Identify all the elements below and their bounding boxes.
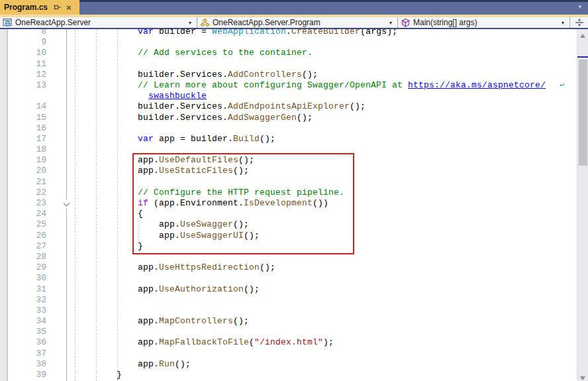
line-number: 39 [0, 370, 46, 380]
line-number: 30 [0, 273, 46, 284]
code-text: } [74, 370, 122, 380]
method-icon [401, 18, 411, 28]
visual-studio-editor-window: Program.cs × ▾ OneReactApp.Server [0, 0, 588, 381]
word-wrap-indicator-icon: ↩ [560, 80, 564, 91]
type-scope-dropdown[interactable]: OneReactApp.Server.Program ▾ [197, 17, 398, 28]
code-text: builder.Services.AddSwaggerGen(); [74, 113, 313, 123]
line-number: 24 [0, 209, 46, 219]
tab-program-cs[interactable]: Program.cs × [0, 0, 79, 15]
code-line[interactable]: 38 app.Run(); [0, 359, 575, 370]
line-number: 15 [0, 113, 46, 123]
code-line[interactable]: 34 app.MapControllers(); [0, 316, 575, 327]
pin-icon[interactable] [54, 3, 62, 11]
code-line[interactable]: 15 builder.Services.AddSwaggerGen(); [0, 113, 575, 123]
line-number: 32 [0, 295, 46, 305]
tab-bar-top-strip [0, 0, 588, 2]
code-line[interactable]: 21 [0, 177, 575, 188]
line-number: 28 [0, 252, 46, 262]
line-number: 12 [0, 70, 46, 80]
scroll-up-icon[interactable] [580, 34, 585, 38]
code-line[interactable]: 25 app.UseSwagger(); [0, 219, 575, 230]
line-number: 22 [0, 188, 46, 198]
code-line[interactable]: 27 } [0, 241, 575, 252]
code-line[interactable]: 13 // Learn more about configuring Swagg… [0, 80, 575, 91]
code-line[interactable]: 8 var builder = WebApplication.CreateBui… [0, 29, 575, 37]
code-text: var builder = WebApplication.CreateBuild… [74, 29, 397, 37]
code-line[interactable]: 24 { [0, 209, 575, 219]
split-editor-button[interactable] [570, 17, 588, 28]
line-number: 35 [0, 327, 46, 337]
code-line[interactable]: 10 // Add services to the container. [0, 48, 575, 58]
code-line[interactable]: 26 app.UseSwaggerUI(); [0, 231, 575, 241]
code-text: if (app.Environment.IsDevelopment()) [74, 198, 328, 209]
code-line[interactable]: 19 app.UseDefaultFiles(); [0, 155, 575, 166]
line-number: 13 [0, 80, 46, 91]
code-text: // Learn more about configuring Swagger/… [74, 80, 546, 91]
line-number: 33 [0, 305, 46, 316]
tab-list-dropdown-icon[interactable]: ▾ [578, 3, 581, 10]
code-line[interactable]: 9 [0, 37, 575, 48]
code-line[interactable]: 17 var app = builder.Build(); [0, 134, 575, 144]
code-text: app.UseStaticFiles(); [74, 166, 249, 176]
close-icon[interactable]: × [66, 3, 72, 12]
code-line[interactable]: 30 [0, 273, 575, 284]
navigation-bar: OneReactApp.Server ▾ OneReactApp.Server.… [0, 17, 588, 29]
line-number: 29 [0, 262, 46, 273]
code-line[interactable]: 18 [0, 144, 575, 155]
collapse-chevron-icon[interactable] [62, 199, 72, 209]
code-text: var app = builder.Build(); [74, 134, 275, 144]
code-line[interactable]: 11 [0, 59, 575, 70]
code-line[interactable]: swashbuckle [0, 91, 575, 101]
code-line[interactable]: 35 [0, 327, 575, 337]
line-number: 27 [0, 241, 46, 252]
code-line[interactable]: 12 builder.Services.AddControllers(); [0, 70, 575, 80]
member-scope-dropdown[interactable]: Main(string[] args) ▾ [398, 17, 570, 28]
scroll-down-icon[interactable] [580, 376, 585, 380]
line-number: 21 [0, 177, 46, 188]
code-line[interactable]: 23 if (app.Environment.IsDevelopment()) [0, 198, 575, 209]
line-number: 17 [0, 134, 46, 144]
code-text: // Add services to the container. [74, 48, 313, 58]
code-line[interactable]: 28 [0, 252, 575, 262]
line-number: 19 [0, 155, 46, 166]
line-number: 11 [0, 59, 46, 70]
code-editor: 8 var builder = WebApplication.CreateBui… [0, 29, 588, 381]
project-scope-dropdown[interactable]: OneReactApp.Server ▾ [0, 17, 197, 28]
code-line[interactable]: 16 [0, 123, 575, 134]
chevron-down-icon: ▾ [389, 20, 395, 26]
chevron-down-icon: ▾ [189, 20, 194, 26]
code-text: builder.Services.AddEndpointsApiExplorer… [74, 101, 366, 112]
code-line[interactable]: 31 app.UseAuthorization(); [0, 284, 575, 295]
line-number: 37 [0, 349, 46, 359]
code-text: app.MapControllers(); [74, 316, 249, 327]
code-text: swashbuckle [74, 91, 207, 101]
scrollbar-thumb[interactable] [579, 60, 587, 166]
code-text: app.MapFallbackToFile("/index.html"); [74, 337, 334, 348]
line-number: 25 [0, 219, 46, 230]
code-text: // Configure the HTTP request pipeline. [74, 188, 344, 198]
code-line[interactable]: 14 builder.Services.AddEndpointsApiExplo… [0, 101, 575, 112]
code-line[interactable]: 29 app.UseHttpsRedirection(); [0, 262, 575, 273]
type-scope-label: OneReactApp.Server.Program [213, 18, 320, 27]
line-number: 20 [0, 166, 46, 176]
vertical-scrollbar[interactable] [577, 29, 588, 381]
code-text: app.UseSwagger(); [74, 219, 249, 230]
class-icon [200, 18, 210, 28]
line-number: 9 [0, 37, 46, 48]
code-text: app.UseDefaultFiles(); [74, 155, 254, 166]
code-line[interactable]: 20 app.UseStaticFiles(); [0, 166, 575, 176]
code-line[interactable]: 39 } [0, 370, 575, 380]
code-line[interactable]: 37 [0, 349, 575, 359]
line-number: 36 [0, 337, 46, 348]
line-number: 38 [0, 359, 46, 370]
code-text: builder.Services.AddControllers(); [74, 70, 318, 80]
line-number: 23 [0, 198, 46, 209]
line-number: 8 [0, 29, 46, 37]
code-line[interactable]: 22 // Configure the HTTP request pipelin… [0, 188, 575, 198]
scroll-caret-marker [577, 56, 588, 58]
code-line[interactable]: 36 app.MapFallbackToFile("/index.html"); [0, 337, 575, 348]
line-number: 18 [0, 144, 46, 155]
code-line[interactable]: 32 [0, 295, 575, 305]
code-line[interactable]: 33 [0, 305, 575, 316]
member-scope-label: Main(string[] args) [413, 18, 477, 27]
